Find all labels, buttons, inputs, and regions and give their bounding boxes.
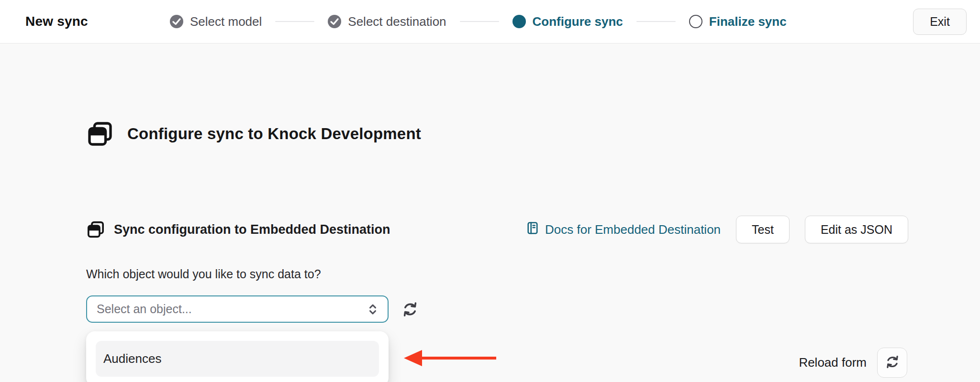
- step-label: Select destination: [348, 14, 446, 29]
- section-title: Sync configuration to Embedded Destinati…: [114, 222, 390, 237]
- wizard-stepper: Select model Select destination Configur…: [170, 14, 787, 29]
- object-question-label: Which object would you like to sync data…: [86, 267, 321, 281]
- stepper-connector: [460, 21, 499, 22]
- wizard-header: New sync Select model Select destination…: [0, 0, 980, 44]
- page-heading: Configure sync to Knock Development: [86, 120, 421, 148]
- object-select-row: Select an object...: [86, 295, 419, 323]
- test-button[interactable]: Test: [736, 216, 790, 243]
- step-finalize-sync[interactable]: Finalize sync: [689, 14, 787, 29]
- section-title-group: Sync configuration to Embedded Destinati…: [86, 220, 390, 239]
- dropdown-option-audiences[interactable]: Audiences: [96, 341, 379, 377]
- reload-form-button[interactable]: [877, 348, 907, 378]
- exit-button[interactable]: Exit: [913, 9, 967, 35]
- reload-form-row: Reload form: [799, 348, 907, 378]
- step-label: Select model: [190, 14, 262, 29]
- object-select-dropdown: Audiences: [86, 331, 389, 382]
- edit-as-json-button[interactable]: Edit as JSON: [805, 216, 908, 243]
- select-placeholder: Select an object...: [97, 302, 192, 316]
- stepper-connector: [275, 21, 314, 22]
- arrow-left-icon: [403, 349, 498, 370]
- arrows-clockwise-icon: [885, 354, 900, 371]
- step-configure-sync[interactable]: Configure sync: [512, 14, 623, 29]
- page-title: New sync: [25, 14, 170, 29]
- reload-form-label: Reload form: [799, 355, 867, 370]
- caret-up-down-icon: [366, 302, 380, 317]
- docs-link[interactable]: Docs for Embedded Destination: [525, 221, 721, 239]
- check-circle-icon: [170, 15, 183, 28]
- object-select[interactable]: Select an object...: [86, 295, 389, 323]
- empty-circle-icon: [689, 15, 702, 28]
- arrows-clockwise-icon[interactable]: [401, 301, 419, 318]
- step-label: Finalize sync: [709, 14, 787, 29]
- browsers-icon: [86, 220, 105, 239]
- book-icon: [525, 221, 540, 239]
- sync-configuration-section-header: Sync configuration to Embedded Destinati…: [86, 214, 908, 245]
- page-heading-title: Configure sync to Knock Development: [127, 125, 421, 143]
- check-circle-icon: [328, 15, 341, 28]
- current-step-dot-icon: [512, 15, 526, 28]
- stepper-connector: [636, 21, 676, 22]
- configure-sync-page: Configure sync to Knock Development Sync…: [0, 44, 980, 382]
- step-select-model[interactable]: Select model: [170, 14, 262, 29]
- browsers-icon: [86, 120, 114, 148]
- step-label: Configure sync: [533, 14, 623, 29]
- step-select-destination[interactable]: Select destination: [328, 14, 446, 29]
- section-actions: Docs for Embedded Destination Test Edit …: [525, 216, 908, 243]
- docs-link-label: Docs for Embedded Destination: [545, 222, 721, 237]
